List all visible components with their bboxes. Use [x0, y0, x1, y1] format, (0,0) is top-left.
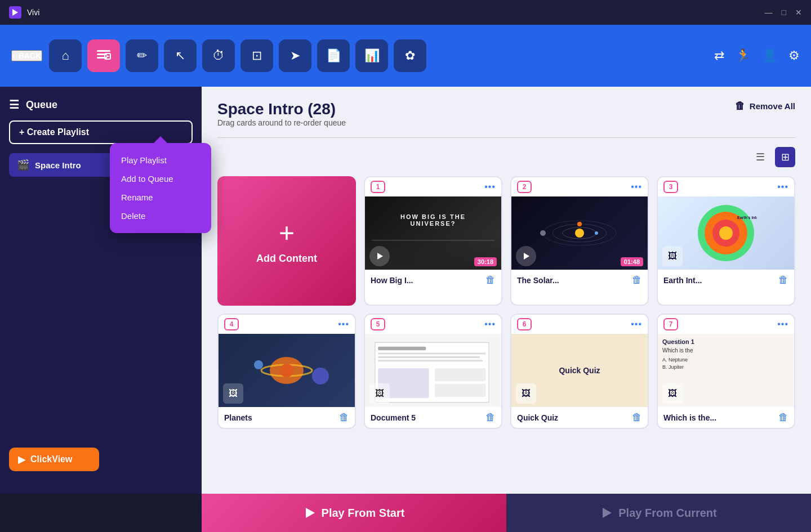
context-play-playlist[interactable]: Play Playlist	[121, 151, 200, 169]
context-delete[interactable]: Delete	[121, 207, 200, 225]
svg-rect-31	[435, 368, 485, 381]
svg-point-24	[312, 368, 329, 385]
card-6-number: 6	[517, 318, 532, 330]
add-content-card[interactable]: + Add Content	[217, 176, 356, 306]
card-1-number: 1	[371, 181, 385, 193]
cursor-toolbar-button[interactable]: ↖	[164, 39, 197, 72]
svg-point-22	[280, 364, 293, 377]
close-button[interactable]: ✕	[795, 8, 802, 17]
card-1-footer: How Big I... 🗑	[365, 270, 501, 290]
queue-icon: ☰	[9, 98, 19, 111]
media-card-2: 2 •••	[510, 176, 649, 306]
svg-marker-14	[524, 253, 529, 260]
card-3-thumbnail: Earth's Interior 🖼	[658, 196, 794, 270]
card-4-type-icon: 🖼	[223, 383, 243, 404]
card-6-dots[interactable]: •••	[631, 319, 642, 329]
svg-rect-26	[378, 347, 426, 350]
content-header: Space Intro (28) Drag cards around to re…	[217, 100, 795, 134]
svg-rect-32	[435, 384, 485, 397]
list-view-button[interactable]: ☰	[750, 147, 770, 167]
back-button[interactable]: ‹ BACK	[11, 50, 42, 61]
bottom-bar: Play From Start Play From Current	[202, 494, 811, 532]
card-4-number: 4	[224, 318, 239, 330]
card-6-footer: Quick Quiz 🗑	[511, 407, 648, 428]
card-1-dots[interactable]: •••	[484, 182, 496, 192]
card-3-number: 3	[663, 181, 678, 193]
activity-icon[interactable]: 🏃	[736, 48, 751, 63]
maximize-button[interactable]: □	[782, 8, 786, 17]
user-add-icon[interactable]: 👤	[762, 48, 777, 63]
minimize-button[interactable]: —	[765, 8, 773, 17]
card-2-duration: 01:48	[621, 257, 643, 266]
edit-toolbar-button[interactable]: ✏	[126, 39, 158, 72]
back-chevron-icon: ‹	[12, 51, 15, 60]
card-2-play-icon	[516, 246, 536, 266]
card-1-delete-button[interactable]: 🗑	[485, 274, 496, 286]
card-grid: + Add Content 1 ••• HOW BIG IS THEUNIVER…	[217, 176, 795, 429]
svg-point-18	[719, 226, 733, 240]
card-7-delete-button[interactable]: 🗑	[778, 412, 788, 423]
playlist-toolbar-button[interactable]	[87, 39, 120, 72]
trash-icon: 🗑	[735, 100, 745, 112]
sidebar: ☰ Queue + Create Playlist 🎬 Space Intro …	[0, 87, 202, 494]
content-area: Space Intro (28) Drag cards around to re…	[202, 87, 811, 494]
card-5-delete-button[interactable]: 🗑	[485, 412, 496, 423]
media-card-5: 5 ••• 🖼	[364, 314, 502, 429]
remove-all-button[interactable]: 🗑 Remove All	[735, 100, 795, 112]
card-4-delete-button[interactable]: 🗑	[339, 412, 349, 423]
grid-view-button[interactable]: ⊞	[775, 147, 795, 167]
context-menu: Play Playlist Add to Queue Rename Delete	[110, 143, 211, 233]
timer-toolbar-button[interactable]: ⏱	[202, 39, 235, 72]
play-from-start-button[interactable]: Play From Start	[202, 494, 506, 532]
svg-marker-6	[377, 253, 383, 260]
card-5-thumbnail: 🖼	[365, 334, 501, 407]
chart-toolbar-button[interactable]: 📊	[355, 39, 388, 72]
media-card-7: 7 ••• Question 1 Which is the A. Neptune…	[657, 314, 795, 429]
card-7-dots[interactable]: •••	[777, 319, 788, 329]
network-icon[interactable]: ⇄	[714, 48, 724, 63]
card-2-delete-button[interactable]: 🗑	[632, 274, 642, 286]
home-toolbar-button[interactable]: ⌂	[49, 39, 82, 72]
card-5-type-icon: 🖼	[369, 383, 390, 404]
content-divider	[217, 137, 795, 138]
app-logo	[9, 6, 21, 19]
card-7-header: 7 •••	[658, 315, 794, 334]
card-4-title: Planets	[224, 413, 252, 422]
card-4-dots[interactable]: •••	[338, 319, 349, 329]
send-toolbar-button[interactable]: ➤	[279, 39, 311, 72]
card-3-delete-button[interactable]: 🗑	[778, 274, 788, 286]
card-4-header: 4 •••	[219, 315, 355, 334]
clickview-logo[interactable]: ▶ ClickView	[9, 448, 99, 471]
card-7-thumbnail: Question 1 Which is the A. Neptune B. Ju…	[658, 334, 794, 407]
card-1-thumbnail: HOW BIG IS THEUNIVERSE? 30:18	[365, 196, 501, 270]
svg-rect-28	[378, 356, 480, 358]
card-4-thumbnail: 🖼	[219, 334, 355, 407]
main-layout: ☰ Queue + Create Playlist 🎬 Space Intro …	[0, 87, 811, 494]
doc-toolbar-button[interactable]: 📄	[317, 39, 350, 72]
clickview-play-icon: ▶	[18, 453, 26, 466]
context-rename[interactable]: Rename	[121, 188, 200, 207]
svg-rect-29	[378, 360, 483, 361]
toolbar-icons: ⌂ ✏ ↖ ⏱ ⊡ ➤ 📄 📊 ✿	[49, 39, 426, 72]
playlist-item-icon: 🎬	[17, 159, 29, 171]
content-title: Space Intro (28)	[217, 100, 346, 118]
svg-marker-0	[12, 9, 18, 16]
play-from-current-button[interactable]: Play From Current	[506, 494, 811, 532]
card-6-type-icon: 🖼	[516, 383, 536, 404]
play-from-start-label: Play From Start	[322, 507, 405, 520]
card-1-title: How Big I...	[371, 276, 413, 285]
create-playlist-label: + Create Playlist	[19, 127, 89, 137]
card-7-footer: Which is the... 🗑	[658, 407, 794, 428]
card-2-dots[interactable]: •••	[631, 182, 642, 192]
settings-icon[interactable]: ⚙	[788, 48, 800, 63]
toolbar: ‹ BACK ⌂ ✏ ↖ ⏱ ⊡ ➤ 📄 📊 ✿ ⇄	[0, 25, 811, 87]
card-6-delete-button[interactable]: 🗑	[632, 412, 642, 423]
context-add-to-queue[interactable]: Add to Queue	[121, 169, 200, 188]
screen-toolbar-button[interactable]: ⊡	[240, 39, 273, 72]
card-2-title: The Solar...	[517, 276, 559, 285]
svg-point-9	[595, 231, 598, 235]
lotus-toolbar-button[interactable]: ✿	[394, 39, 426, 72]
card-5-dots[interactable]: •••	[484, 319, 496, 329]
card-3-dots[interactable]: •••	[777, 182, 788, 192]
add-content-label: Add Content	[256, 253, 317, 265]
